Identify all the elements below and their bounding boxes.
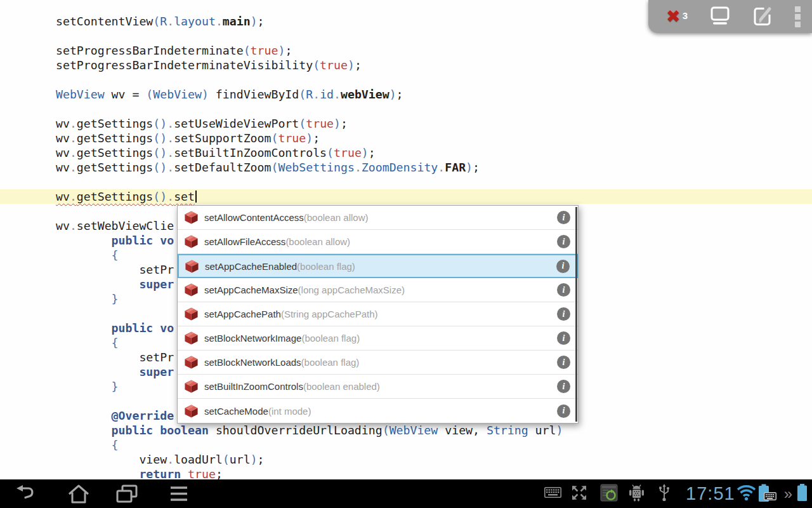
- info-icon[interactable]: i: [556, 260, 570, 273]
- sync-app-icon[interactable]: [600, 484, 618, 504]
- method-name: setCacheMode: [204, 406, 268, 417]
- code-line[interactable]: wv.getSettings().setSupportZoom(true);: [0, 131, 812, 145]
- autocomplete-list: setAllowContentAccess(boolean allow) i s…: [178, 206, 578, 423]
- menu-icon: [169, 485, 189, 503]
- autocomplete-popup: setAllowContentAccess(boolean allow) i s…: [177, 205, 579, 424]
- recents-icon: [115, 484, 138, 504]
- back-icon: [15, 484, 36, 504]
- keyboard-icon[interactable]: [544, 487, 561, 500]
- battery-icon-2[interactable]: [796, 483, 808, 504]
- method-cube-icon: [184, 210, 199, 225]
- keyboard-attached-badge: [764, 492, 776, 500]
- info-icon[interactable]: i: [557, 404, 570, 418]
- errors-button[interactable]: ✖ 3: [666, 8, 688, 25]
- code-line[interactable]: [0, 175, 812, 189]
- method-name: setBuiltInZoomControls: [204, 381, 303, 392]
- method-name: setBlockNetworkLoads: [204, 357, 301, 368]
- code-line-current[interactable]: wv.getSettings().set: [0, 189, 812, 204]
- method-params: (long appCacheMaxSize): [298, 284, 405, 295]
- autocomplete-scrollbar[interactable]: [575, 207, 577, 422]
- autocomplete-item[interactable]: setAppCachePath(String appCachePath) i: [178, 302, 578, 326]
- method-name: setAllowContentAccess: [204, 212, 304, 223]
- error-count: 3: [683, 10, 688, 21]
- method-params: (boolean flag): [301, 357, 360, 368]
- edit-button[interactable]: [752, 6, 774, 27]
- code-line[interactable]: setProgressBarIndeterminate(true);: [0, 43, 812, 58]
- back-button[interactable]: [8, 479, 43, 508]
- info-icon[interactable]: i: [557, 380, 570, 393]
- fullscreen-icon[interactable]: [571, 485, 587, 504]
- method-name: setBlockNetworkImage: [204, 333, 301, 344]
- code-line[interactable]: [0, 102, 812, 116]
- home-button[interactable]: [61, 479, 96, 508]
- code-line[interactable]: wv.getSettings().setUseWideViewPort(true…: [0, 116, 812, 131]
- method-cube-icon: [185, 259, 199, 274]
- info-icon[interactable]: i: [557, 235, 570, 248]
- autocomplete-item[interactable]: setAppCacheMaxSize(long appCacheMaxSize)…: [178, 278, 578, 302]
- code-line[interactable]: public boolean shouldOverrideUrlLoading(…: [0, 423, 812, 438]
- method-name: setAppCacheMaxSize: [204, 284, 298, 295]
- method-cube-icon: [184, 331, 199, 345]
- code-line[interactable]: WebView wv = (WebView) findViewById(R.id…: [0, 87, 812, 102]
- code-line[interactable]: setProgressBarIndeterminateVisibility(tr…: [0, 58, 812, 72]
- errors-icon: ✖: [666, 8, 681, 25]
- overflow-menu-button[interactable]: [795, 6, 801, 27]
- menu-button[interactable]: [161, 479, 197, 508]
- code-line[interactable]: wv.getSettings().setDefaultZoom(WebSetti…: [0, 160, 812, 175]
- autocomplete-item[interactable]: setBuiltInZoomControls(boolean enabled) …: [178, 375, 578, 399]
- recents-button[interactable]: [109, 479, 145, 508]
- method-cube-icon: [184, 283, 199, 297]
- autocomplete-item[interactable]: setAllowFileAccess(boolean allow) i: [178, 230, 578, 254]
- method-name: setAppCacheEnabled: [205, 261, 297, 272]
- android-usb-debug-icon[interactable]: [629, 484, 645, 504]
- overflow-menu-icon: [795, 6, 801, 27]
- autocomplete-item[interactable]: setCacheMode(int mode) i: [178, 399, 578, 423]
- app-toolbar: ✖ 3: [648, 0, 812, 33]
- info-icon[interactable]: i: [557, 307, 570, 321]
- method-params: (int mode): [268, 406, 311, 417]
- info-icon[interactable]: i: [557, 283, 570, 297]
- method-cube-icon: [184, 307, 199, 321]
- status-tray: 17:51 »: [544, 479, 808, 508]
- autocomplete-item-selected[interactable]: setAppCacheEnabled(boolean flag) i: [178, 254, 578, 278]
- method-cube-icon: [184, 379, 199, 394]
- autocomplete-item[interactable]: setBlockNetworkImage(boolean flag) i: [178, 326, 578, 351]
- info-icon[interactable]: i: [557, 211, 570, 224]
- method-name: setAppCachePath: [204, 309, 281, 319]
- system-bar: 17:51 »: [0, 479, 812, 508]
- method-params: (boolean allow): [285, 236, 350, 247]
- method-name: setAllowFileAccess: [204, 236, 285, 247]
- code-line[interactable]: [0, 72, 812, 87]
- code-line[interactable]: view.loadUrl(url);: [0, 452, 812, 467]
- code-line[interactable]: wv.getSettings().setBuiltInZoomControls(…: [0, 145, 812, 160]
- method-params: (boolean enabled): [303, 381, 380, 392]
- autocomplete-item[interactable]: setBlockNetworkLoads(boolean flag) i: [178, 351, 578, 375]
- method-params: (boolean flag): [301, 333, 360, 344]
- method-cube-icon: [184, 355, 199, 370]
- code-line[interactable]: {: [0, 438, 812, 452]
- edit-icon: [752, 6, 774, 27]
- run-on-device-icon: [709, 6, 731, 27]
- method-cube-icon: [184, 404, 199, 418]
- battery-indicator[interactable]: [757, 483, 770, 505]
- clock[interactable]: 17:51: [686, 485, 735, 503]
- text-cursor: [195, 190, 197, 203]
- home-icon: [67, 484, 90, 504]
- usb-icon[interactable]: [658, 484, 671, 504]
- autocomplete-item[interactable]: setAllowContentAccess(boolean allow) i: [178, 206, 578, 230]
- method-params: (boolean allow): [304, 212, 369, 223]
- chevrons-icon: »: [784, 486, 792, 502]
- method-params: (boolean flag): [297, 261, 355, 272]
- method-cube-icon: [184, 234, 199, 249]
- method-params: (String appCachePath): [281, 309, 378, 319]
- wifi-icon[interactable]: [737, 485, 756, 504]
- info-icon[interactable]: i: [557, 331, 570, 345]
- run-button[interactable]: [709, 6, 731, 27]
- info-icon[interactable]: i: [557, 356, 570, 369]
